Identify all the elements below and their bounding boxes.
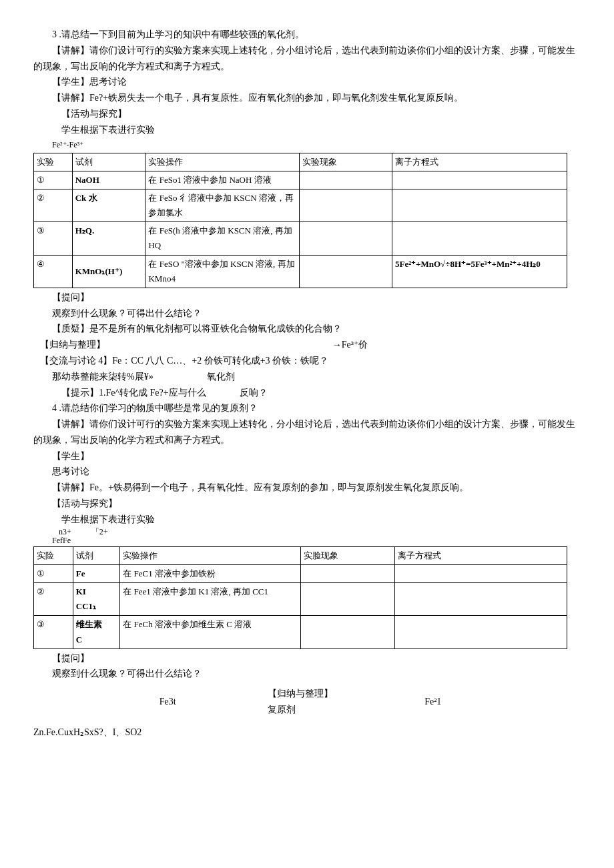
reagent-text: Fe bbox=[76, 568, 85, 578]
th-operation: 实验操作 bbox=[120, 547, 300, 565]
cell-operation: 在 FeSO "溶液中参加 KSCN 溶液, 再加 KMno4 bbox=[145, 255, 300, 288]
cell-reagent: Fe bbox=[73, 565, 120, 583]
discuss-4: 【交流与讨论 4】Fe：CC 八八 C…、+2 价铁可转化成+3 价铁：铁呢？ bbox=[40, 353, 581, 369]
discuss-4b-right: 氧化剂 bbox=[207, 369, 235, 385]
question-label-2: 【提问】 bbox=[33, 650, 581, 667]
cell-reagent: 维生素 C bbox=[73, 616, 120, 648]
cell-reagent: NaOH bbox=[72, 171, 145, 189]
experiment-table-2: 实险 试剂 实验操作 实脸现象 离子方程式 ① Fe 在 FeC1 溶液中参加铁… bbox=[33, 546, 567, 649]
th-reagent: 试剂 bbox=[72, 153, 145, 171]
table-row: ② Ck 水 在 FeSo 彳溶液中参加 KSCN 溶液，再参加氯水 bbox=[34, 189, 567, 222]
hint-1-row: 【提示】1.Fe^转化成 Fe?+应与什么 反响？ bbox=[33, 385, 581, 401]
table-row: ③ 维生素 C 在 FeCh 溶液中参加维生素 C 溶液 bbox=[34, 616, 567, 648]
table-row: ② KI CC1₁ 在 Fee1 溶液中参加 K1 溶液, 再加 CC1 bbox=[34, 583, 567, 616]
th-id: 实验 bbox=[34, 153, 73, 171]
th-phenomenon: 实验现象 bbox=[300, 153, 392, 171]
table-row: ③ H₂Q. 在 FeS(h 溶液中参加 KSCN 溶液, 再加 HQ bbox=[34, 222, 567, 255]
discuss-4b: 那幼恭整能来柒转%展¥» bbox=[52, 369, 154, 385]
table-row: ④ KMnO₁(H⁺) 在 FeSO "溶液中参加 KSCN 溶液, 再加 KM… bbox=[34, 255, 567, 288]
formula-2a: n3+ bbox=[59, 528, 71, 536]
cell-equation bbox=[392, 222, 567, 255]
cell-equation bbox=[394, 583, 567, 616]
cell-phenomenon bbox=[300, 255, 392, 288]
cell-phenomenon bbox=[300, 222, 392, 255]
cell-reagent: H₂Q. bbox=[72, 222, 145, 255]
question-4: 4 .请总结你们学习的物质中哪些是常见的复原剂？ bbox=[33, 400, 581, 416]
student-1: 【学生】思考讨论 bbox=[33, 74, 581, 90]
doubt-1: 【质疑】是不是所有的氧化剂都可以将亚铁化合物氧化成铁的化合物？ bbox=[33, 321, 581, 337]
explain-3: 【讲解】请你们设计可行的实验方案来实现上述转化，分小组讨论后，选出代表到前边谈你… bbox=[33, 416, 581, 448]
question-text-1: 观察到什么现象？可得出什么结论？ bbox=[33, 306, 581, 322]
reagent-text: Ck 水 bbox=[75, 193, 97, 203]
cell-phenomenon bbox=[300, 171, 392, 189]
explain-1: 【讲解】请你们设计可行的实验方案来实现上述转化，分小组讨论后，选出代表到前边谈你… bbox=[33, 43, 581, 75]
reagent-text: KI CC1₁ bbox=[76, 586, 96, 611]
student-2a: 【学生】 bbox=[33, 448, 581, 464]
cell-operation: 在 FeC1 溶液中参加铁粉 bbox=[120, 565, 300, 583]
cell-id: ② bbox=[34, 583, 73, 616]
discuss-4b-row: 那幼恭整能来柒转%展¥» 氧化剂 bbox=[33, 369, 581, 385]
bottom-list: Zn.Fe.CuxH₂SxS?、I、SO2 bbox=[33, 725, 581, 741]
cell-reagent: Ck 水 bbox=[72, 189, 145, 222]
hint-1: 【提示】1.Fe^转化成 Fe?+应与什么 bbox=[61, 385, 206, 401]
activity-1-note: 学生根据下表进行实验 bbox=[33, 122, 581, 138]
cell-id: ① bbox=[34, 171, 73, 189]
summary-right: →Fe³⁺价 bbox=[332, 337, 368, 353]
table-header-row: 实险 试剂 实验操作 实脸现象 离子方程式 bbox=[34, 547, 567, 565]
cell-operation: 在 FeS(h 溶液中参加 KSCN 溶液, 再加 HQ bbox=[145, 222, 300, 255]
cell-id: ① bbox=[34, 565, 73, 583]
student-2b: 思考讨论 bbox=[33, 464, 581, 480]
bottom-c: Fe²1 bbox=[424, 694, 441, 710]
reagent-text: 维生素 C bbox=[76, 619, 102, 644]
explain-2: 【讲解】Fe?+铁易失去一个电子，具有复原性。应有氧化剂的参加，即与氧化剂发生氧… bbox=[33, 90, 581, 106]
cell-operation: 在 Fee1 溶液中参加 K1 溶液, 再加 CC1 bbox=[120, 583, 300, 616]
question-3: 3 .请总结一下到目前为止学习的知识中有哪些较强的氧化剂。 bbox=[33, 27, 581, 43]
th-operation: 实验操作 bbox=[145, 153, 300, 171]
bottom-a: Fe3t bbox=[160, 694, 176, 710]
cell-phenomenon bbox=[300, 583, 394, 616]
cell-equation bbox=[392, 189, 567, 222]
th-id: 实险 bbox=[34, 547, 73, 565]
cell-id: ④ bbox=[34, 255, 73, 288]
cell-equation bbox=[394, 616, 567, 648]
activity-1-label: 【活动与探究】 bbox=[33, 106, 581, 122]
summary-row: 【归纳与整理】 →Fe³⁺价 bbox=[33, 337, 581, 353]
question-label-1: 【提问】 bbox=[33, 290, 581, 306]
reagent-text: KMnO₁(H⁺) bbox=[75, 266, 123, 276]
cell-equation bbox=[394, 565, 567, 583]
cell-id: ③ bbox=[34, 222, 73, 255]
explain-4: 【讲解】Fe。+铁易得到一个电子，具有氧化性。应有复原剂的参加，即与复原剂发生氧… bbox=[33, 480, 581, 496]
formula-fe2-fe3: Fe²⁺-Fe³⁺ bbox=[52, 138, 581, 151]
bottom-summary-row: Fe3t 【归纳与整理】 复原剂 Fe²1 bbox=[113, 686, 487, 718]
question-text-2: 观察到什么现象？可得出什么结论？ bbox=[33, 666, 581, 682]
hint-1-right: 反响？ bbox=[240, 385, 268, 401]
cell-equation bbox=[392, 171, 567, 189]
experiment-table-1: 实验 试剂 实验操作 实验现象 离子方程式 ① NaOH 在 FeSo1 溶液中… bbox=[33, 153, 567, 288]
cell-operation: 在 FeCh 溶液中参加维生素 C 溶液 bbox=[120, 616, 300, 648]
bottom-b1: 【归纳与整理】 bbox=[268, 689, 333, 699]
activity-2-note: 学生根据下表进行实验 bbox=[33, 512, 581, 528]
table-header-row: 实验 试剂 实验操作 实验现象 离子方程式 bbox=[34, 153, 567, 171]
th-equation: 离子方程式 bbox=[394, 547, 567, 565]
formula-block-2: n3+ 「2+ FefFe bbox=[52, 528, 581, 545]
cell-reagent: KI CC1₁ bbox=[73, 583, 120, 616]
equation-text: 5Fe²⁺+MnO√÷8H⁺=5Fe³⁺+Mn²⁺+4H₂0 bbox=[395, 259, 541, 269]
table-row: ① NaOH 在 FeSo1 溶液中参加 NaOH 溶液 bbox=[34, 171, 567, 189]
activity-2-label: 【活动与探究】 bbox=[33, 496, 581, 512]
cell-operation: 在 FeSo 彳溶液中参加 KSCN 溶液，再参加氯水 bbox=[145, 189, 300, 222]
cell-reagent: KMnO₁(H⁺) bbox=[72, 255, 145, 288]
cell-phenomenon bbox=[300, 616, 394, 648]
th-reagent: 试剂 bbox=[73, 547, 120, 565]
bottom-b2: 复原剂 bbox=[268, 705, 296, 715]
cell-phenomenon bbox=[300, 565, 394, 583]
table-row: ① Fe 在 FeC1 溶液中参加铁粉 bbox=[34, 565, 567, 583]
formula-2c: FefFe bbox=[52, 536, 581, 545]
cell-id: ② bbox=[34, 189, 73, 222]
cell-phenomenon bbox=[300, 189, 392, 222]
reagent-text: NaOH bbox=[75, 175, 99, 185]
cell-equation: 5Fe²⁺+MnO√÷8H⁺=5Fe³⁺+Mn²⁺+4H₂0 bbox=[392, 255, 567, 288]
formula-2b: 「2+ bbox=[91, 528, 108, 536]
cell-operation: 在 FeSo1 溶液中参加 NaOH 溶液 bbox=[145, 171, 300, 189]
th-phenomenon: 实脸现象 bbox=[300, 547, 394, 565]
cell-id: ③ bbox=[34, 616, 73, 648]
